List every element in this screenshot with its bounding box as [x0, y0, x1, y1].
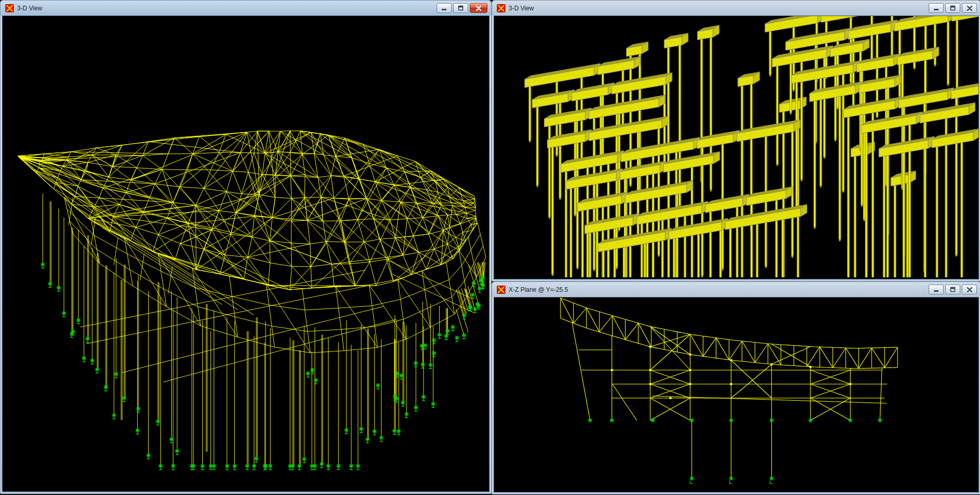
minimize-button[interactable] [437, 3, 452, 13]
window-xz-plane: X-Z Plane @ Y=-25.5 [492, 281, 980, 494]
viewport-elevation[interactable] [494, 298, 978, 490]
viewport-3d-left[interactable] [3, 16, 489, 490]
sap2000-app-icon [5, 4, 14, 12]
restore-icon [458, 5, 464, 11]
minimize-icon [441, 6, 447, 10]
close-icon [967, 287, 973, 292]
window-title: 3-D View [17, 5, 42, 12]
close-icon [967, 6, 973, 11]
close-button[interactable] [470, 3, 487, 13]
restore-button[interactable] [945, 3, 960, 13]
viewport-3d-extruded[interactable] [494, 16, 978, 277]
titlebar-bottom-right[interactable]: X-Z Plane @ Y=-25.5 [492, 282, 980, 297]
titlebar-left[interactable]: 3-D View [1, 1, 491, 16]
sap2000-app-icon [497, 4, 506, 12]
titlebar-top-right[interactable]: 3-D View [492, 1, 980, 16]
restore-button[interactable] [453, 3, 468, 13]
close-button[interactable] [962, 285, 977, 294]
minimize-icon [933, 6, 940, 10]
client-area-left [2, 16, 489, 492]
window-title: X-Z Plane @ Y=-25.5 [509, 286, 568, 293]
restore-icon [950, 5, 956, 11]
close-icon [475, 6, 482, 11]
window-3d-view-left: 3-D View [0, 0, 492, 494]
client-area-top-right [494, 16, 979, 279]
minimize-button[interactable] [929, 285, 944, 294]
window-title: 3-D View [509, 5, 534, 12]
client-area-bottom-right [494, 297, 979, 492]
sap2000-app-icon [497, 286, 506, 294]
restore-button[interactable] [945, 285, 960, 294]
restore-icon [950, 287, 956, 292]
window-3d-view-extruded: 3-D View [492, 0, 980, 281]
close-button[interactable] [962, 3, 977, 13]
minimize-button[interactable] [929, 3, 944, 13]
minimize-icon [933, 287, 940, 292]
